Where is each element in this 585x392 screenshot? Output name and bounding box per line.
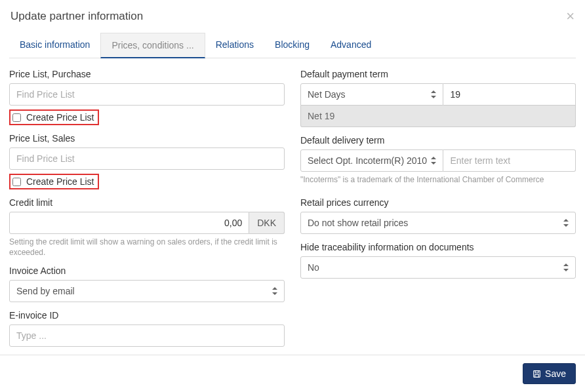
price-list-sales-input[interactable] (9, 147, 285, 170)
default-payment-term-label: Default payment term (300, 69, 576, 79)
hide-traceability-value: No (308, 262, 319, 273)
einvoice-id-input[interactable] (9, 324, 285, 347)
svg-rect-2 (535, 374, 539, 377)
create-price-list-sales-row: Create Price List (9, 174, 99, 189)
save-button[interactable]: Save (523, 363, 576, 384)
retail-prices-currency-select[interactable]: Do not show retail prices (300, 212, 576, 234)
create-price-list-sales-checkbox[interactable] (12, 178, 21, 186)
invoice-action-label: Invoice Action (9, 265, 285, 276)
credit-limit-help: Setting the credit limit will show a war… (9, 237, 285, 258)
delivery-term-help: "Incoterms" is a trademark of the Intern… (300, 175, 576, 186)
price-list-purchase-label: Price List, Purchase (9, 69, 285, 79)
tab-blocking[interactable]: Blocking (264, 33, 320, 58)
chevron-sort-icon (272, 287, 277, 295)
svg-rect-0 (534, 370, 540, 377)
payment-term-result: Net 19 (300, 106, 576, 127)
default-delivery-term-label: Default delivery term (300, 135, 576, 146)
delivery-term-select[interactable]: Select Opt. Incoterm(R) 2010 (300, 149, 443, 172)
price-list-purchase-input[interactable] (9, 83, 285, 106)
tabs: Basic information Prices, conditions ...… (9, 33, 576, 58)
tab-prices-conditions[interactable]: Prices, conditions ... (100, 33, 205, 58)
invoice-action-select[interactable]: Send by email (9, 280, 285, 302)
save-button-label: Save (545, 368, 566, 379)
modal-title: Update partner information (10, 10, 143, 23)
payment-term-days-input[interactable] (443, 83, 576, 106)
payment-term-type-value: Net Days (308, 89, 346, 100)
credit-limit-input[interactable] (9, 212, 249, 234)
tab-basic-information[interactable]: Basic information (9, 33, 100, 58)
chevron-sort-icon (431, 90, 436, 98)
create-price-list-sales-label: Create Price List (26, 176, 94, 187)
hide-traceability-select[interactable]: No (300, 256, 576, 279)
tab-advanced[interactable]: Advanced (320, 33, 382, 58)
create-price-list-purchase-row: Create Price List (9, 109, 99, 125)
invoice-action-value: Send by email (16, 286, 75, 296)
chevron-sort-icon (563, 219, 569, 227)
create-price-list-purchase-checkbox[interactable] (12, 113, 21, 122)
create-price-list-purchase-label: Create Price List (26, 112, 94, 123)
hide-traceability-label: Hide traceability information on documen… (300, 242, 576, 252)
einvoice-id-label: E-invoice ID (9, 310, 285, 321)
credit-limit-currency: DKK (249, 212, 285, 234)
delivery-term-text-input[interactable] (443, 149, 576, 172)
price-list-sales-label: Price List, Sales (9, 133, 285, 144)
close-icon[interactable]: × (566, 9, 575, 24)
delivery-term-select-value: Select Opt. Incoterm(R) 2010 (308, 155, 427, 166)
svg-rect-1 (535, 370, 538, 372)
chevron-sort-icon (431, 157, 436, 165)
payment-term-type-select[interactable]: Net Days (300, 83, 443, 106)
retail-prices-currency-label: Retail prices currency (300, 197, 576, 208)
credit-limit-label: Credit limit (9, 197, 285, 208)
tab-relations[interactable]: Relations (205, 33, 264, 58)
save-icon (533, 370, 541, 378)
chevron-sort-icon (563, 264, 569, 271)
retail-prices-currency-value: Do not show retail prices (308, 218, 408, 228)
